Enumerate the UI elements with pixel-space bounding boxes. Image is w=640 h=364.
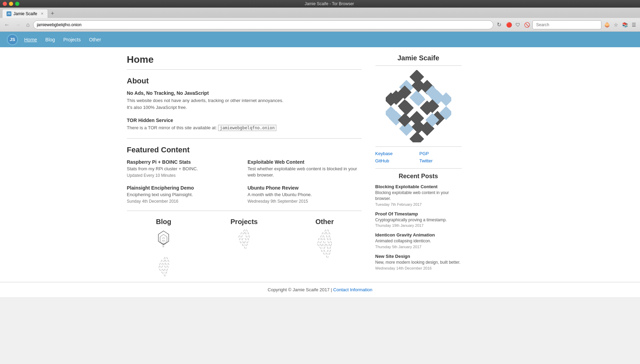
home-button[interactable]: ⌂ bbox=[24, 21, 32, 29]
other-identicon: /:\ /:/\:\ /:\ \:\ /:\~\ \:\ /:/ \: \:\ … bbox=[311, 229, 338, 257]
forward-button[interactable]: → bbox=[13, 21, 23, 29]
recent-post-title-0: Blocking Exploitable Content bbox=[375, 184, 462, 189]
tor-button[interactable]: 🔴 bbox=[505, 21, 513, 29]
toolbar-icons: 🔴 🛡 🚫 bbox=[505, 21, 531, 29]
featured-subtitle-2: Enciphering text using Plainsight. bbox=[127, 192, 241, 198]
recent-post-date-1: Thursday 19th January 2017 bbox=[375, 223, 462, 228]
about-section-title: About bbox=[127, 77, 362, 85]
pgp-link[interactable]: PGP bbox=[420, 151, 462, 156]
featured-section-title: Featured Content bbox=[127, 145, 362, 154]
back-button[interactable]: ← bbox=[2, 21, 12, 29]
page-title: Home bbox=[127, 54, 362, 65]
recent-post-1[interactable]: Proof Of Timestamp Cryptographically pro… bbox=[375, 211, 462, 228]
noscript-icon[interactable]: 🚫 bbox=[523, 21, 531, 29]
svg-text:\/:: \/: bbox=[163, 245, 165, 247]
recent-post-3[interactable]: New Site Design New, more modern looking… bbox=[375, 254, 462, 270]
sidebar-social-divider bbox=[375, 168, 462, 169]
sidebar: Jamie Scaife bbox=[375, 54, 462, 275]
category-projects[interactable]: Projects /:\ /:/\:\ /:/ \:\ /:/ \:\ \:\/… bbox=[207, 218, 281, 257]
svg-text:/:\: /:\ bbox=[163, 237, 165, 239]
avatar-svg bbox=[386, 70, 451, 142]
browser-titlebar: Jamie Scaife - Tor Browser bbox=[0, 0, 640, 8]
sidebar-name-divider bbox=[375, 65, 462, 66]
active-tab[interactable]: JS Jamie Scaife ✕ bbox=[2, 9, 48, 18]
svg-text:/:\:\: /:\:\ bbox=[162, 240, 165, 242]
search-input[interactable] bbox=[532, 20, 601, 29]
about-text-2: There is a TOR mirror of this site avail… bbox=[127, 124, 362, 131]
category-projects-label: Projects bbox=[207, 218, 281, 226]
featured-title-3: Ubuntu Phone Review bbox=[248, 185, 362, 191]
featured-item-1[interactable]: Exploitable Web Content Test whether exp… bbox=[248, 159, 362, 178]
content-area: Home About No Ads, No Tracking, No JavaS… bbox=[113, 47, 527, 282]
security-icon[interactable]: 🛡 bbox=[514, 21, 522, 29]
tab-bar: JS Jamie Scaife ✕ + bbox=[0, 8, 640, 18]
tab-label: Jamie Scaife bbox=[13, 11, 37, 16]
featured-title-0: Raspberry Pi + BOINC Stats bbox=[127, 159, 241, 165]
recent-post-date-3: Wednesday 14th December 2016 bbox=[375, 266, 462, 270]
svg-rect-19 bbox=[409, 132, 424, 142]
about-divider bbox=[127, 138, 362, 139]
recent-post-date-0: Tuesday 7th February 2017 bbox=[375, 202, 462, 206]
recent-post-desc-3: New, more modern looking design, built b… bbox=[375, 260, 462, 265]
keybase-link[interactable]: Keybase bbox=[375, 151, 417, 156]
featured-item-0[interactable]: Raspberry Pi + BOINC Stats Stats from my… bbox=[127, 159, 241, 178]
nav-blog[interactable]: Blog bbox=[45, 36, 56, 44]
address-bar[interactable] bbox=[33, 20, 493, 29]
tab-close-button[interactable]: ✕ bbox=[41, 12, 43, 16]
about-subtitle-1: No Ads, No Tracking, No JavaScript bbox=[127, 90, 362, 96]
featured-title-1: Exploitable Web Content bbox=[248, 159, 362, 165]
nav-other[interactable]: Other bbox=[88, 36, 102, 44]
recent-post-0[interactable]: Blocking Exploitable Content Blocking ex… bbox=[375, 184, 462, 206]
recent-post-desc-2: Animated collapsing identicon. bbox=[375, 238, 462, 244]
recent-post-desc-0: Blocking exploitable web content in your… bbox=[375, 190, 462, 202]
projects-identicon: /:\ /:/\:\ /:/ \:\ /:/ \:\ \:\/:/ \::/ \… bbox=[230, 229, 258, 257]
avatar-area bbox=[375, 70, 462, 142]
featured-grid: Raspberry Pi + BOINC Stats Stats from my… bbox=[127, 159, 362, 204]
blog-identicon: /:\ /:\:\ \:\/:/ \/: /:\ /:/\:\ /:\~\:\ … bbox=[150, 229, 177, 257]
main-content: Home About No Ads, No Tracking, No JavaS… bbox=[127, 54, 362, 275]
nav-home[interactable]: Home bbox=[23, 36, 38, 44]
menu-icon[interactable]: ☰ bbox=[630, 21, 638, 29]
site-nav: JS Home Blog Projects Other bbox=[0, 32, 640, 47]
page-wrapper: JS Home Blog Projects Other Home About N… bbox=[0, 32, 640, 297]
tab-favicon: JS bbox=[7, 11, 11, 16]
twitter-link[interactable]: Twitter bbox=[420, 158, 462, 163]
sidebar-avatar-divider bbox=[375, 146, 462, 147]
featured-title-2: Plainsight Enciphering Demo bbox=[127, 185, 241, 191]
maximize-button[interactable] bbox=[15, 2, 19, 6]
featured-item-3[interactable]: Ubuntu Phone Review A month with the Ubu… bbox=[248, 185, 362, 204]
browser-toolbar: ← → ⌂ ↻ 🔴 🛡 🚫 🧅 ☆ 📚 ☰ bbox=[0, 18, 640, 32]
featured-subtitle-0: Stats from my RPi cluster + BOINC. bbox=[127, 166, 241, 172]
reload-button[interactable]: ↻ bbox=[495, 21, 503, 29]
featured-divider bbox=[127, 211, 362, 211]
bookmark-star-icon[interactable]: ☆ bbox=[612, 21, 620, 29]
category-other[interactable]: Other /:\ /:/\:\ /:\ \:\ /:\~\ \:\ /:/ \… bbox=[288, 218, 361, 257]
onion-icon[interactable]: 🧅 bbox=[603, 21, 611, 29]
recent-post-title-2: Identicon Gravity Animation bbox=[375, 232, 462, 237]
about-block-1: No Ads, No Tracking, No JavaScript This … bbox=[127, 90, 362, 111]
recent-post-title-3: New Site Design bbox=[375, 254, 462, 259]
featured-meta-2: Sunday 4th December 2016 bbox=[127, 199, 241, 204]
tor-address: jamiewebgbelqfno.onion bbox=[218, 125, 276, 131]
featured-item-2[interactable]: Plainsight Enciphering Demo Enciphering … bbox=[127, 185, 241, 204]
minimize-button[interactable] bbox=[9, 2, 13, 6]
site-logo: JS bbox=[7, 34, 18, 45]
category-blog-label: Blog bbox=[127, 218, 200, 226]
social-links: Keybase PGP GitHub Twitter bbox=[375, 151, 462, 163]
contact-link[interactable]: Contact Information bbox=[333, 287, 372, 292]
recent-post-2[interactable]: Identicon Gravity Animation Animated col… bbox=[375, 232, 462, 249]
nav-projects[interactable]: Projects bbox=[62, 36, 81, 44]
svg-text:\:\/:/: \:\/:/ bbox=[161, 242, 166, 245]
categories-row: Blog /:\ /:\:\ \:\/:/ \/: /:\ /:/\:\ /:\… bbox=[127, 218, 362, 257]
about-subtitle-2: TOR Hidden Service bbox=[127, 118, 362, 123]
window-title: Jamie Scaife - Tor Browser bbox=[305, 1, 354, 6]
extra-toolbar-icons: 🧅 ☆ 📚 ☰ bbox=[603, 21, 638, 29]
category-blog[interactable]: Blog /:\ /:\:\ \:\/:/ \/: /:\ /:/\:\ /:\… bbox=[127, 218, 200, 257]
github-link[interactable]: GitHub bbox=[375, 158, 417, 163]
new-tab-button[interactable]: + bbox=[48, 9, 57, 18]
nav-links: Home Blog Projects Other bbox=[23, 36, 102, 44]
category-other-label: Other bbox=[288, 218, 361, 226]
bookmarks-icon[interactable]: 📚 bbox=[621, 21, 629, 29]
title-divider bbox=[127, 69, 362, 70]
close-button[interactable] bbox=[3, 2, 7, 6]
